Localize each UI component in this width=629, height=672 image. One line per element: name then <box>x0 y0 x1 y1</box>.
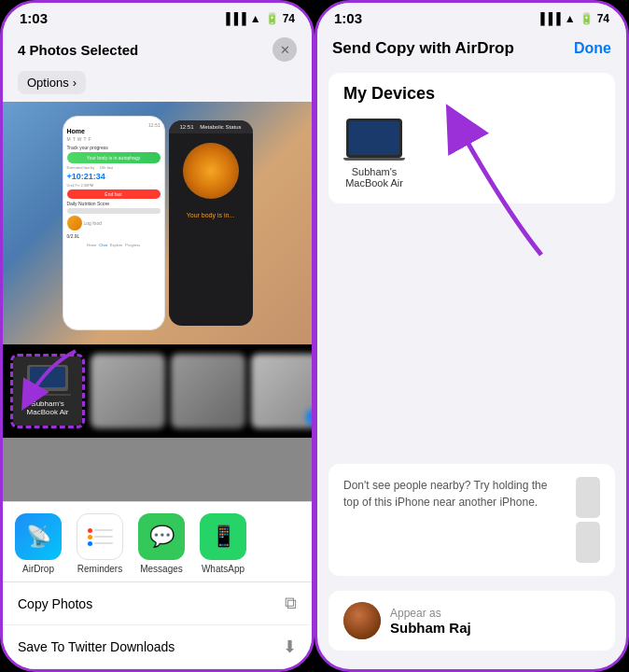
thumbnail-row: Subham'sMacBook Air ✓ <box>3 344 312 438</box>
close-button[interactable]: ✕ <box>273 37 297 62</box>
left-status-icons: ▐▐▐ ▲ 🔋 74 <box>222 12 295 25</box>
airdrop-icon: 📡 <box>15 513 62 560</box>
appear-as-section: Appear as Subham Raj <box>328 591 615 651</box>
save-twitter-icon: ⬇ <box>283 637 297 657</box>
app-share-row: 📡 AirDrop Reminders 💬 Messages 📱 <box>3 501 312 581</box>
selected-thumbnail[interactable]: Subham'sMacBook Air <box>10 354 85 428</box>
copy-photos-row[interactable]: Copy Photos ⧉ <box>3 582 312 625</box>
airdrop-label: AirDrop <box>22 564 54 574</box>
messages-label: Messages <box>140 564 183 574</box>
phone-mockup-left: 12:51 Home MTWTF Track your progress You… <box>63 116 165 330</box>
main-photo: 12:51 Home MTWTF Track your progress You… <box>3 102 312 344</box>
appear-as-name: Subham Raj <box>390 620 471 636</box>
copy-photos-label: Copy Photos <box>18 596 92 611</box>
right-battery-level: 74 <box>597 12 609 25</box>
wifi-icon: ▲ <box>250 12 261 25</box>
airdrop-share-item[interactable]: 📡 AirDrop <box>10 513 66 574</box>
whatsapp-label: WhatsApp <box>202 564 245 574</box>
options-label: Options <box>27 76 69 90</box>
options-button[interactable]: Options › <box>18 71 86 94</box>
left-panel: 1:03 ▐▐▐ ▲ 🔋 74 4 Photos Selected ✕ Opti… <box>0 0 314 672</box>
app-screenshot-overlay: 12:51 Home MTWTF Track your progress You… <box>3 102 312 344</box>
reminders-share-item[interactable]: Reminders <box>72 513 128 574</box>
thumbnail-4: ✓ <box>251 354 312 428</box>
my-devices-section: My Devices Subham'sMacBook Air <box>328 73 615 203</box>
battery-level: 74 <box>283 12 295 25</box>
macbook-icon <box>346 119 402 158</box>
whatsapp-share-item[interactable]: 📱 WhatsApp <box>195 513 251 574</box>
done-button[interactable]: Done <box>574 40 611 57</box>
thumbnail-3 <box>171 354 245 428</box>
share-header: 4 Photos Selected ✕ <box>3 30 312 67</box>
close-icon: ✕ <box>280 43 290 57</box>
right-status-bar: 1:03 ▐▐▐ ▲ 🔋 74 <box>317 3 626 30</box>
appear-as-label: Appear as <box>390 607 471 620</box>
avatar <box>343 602 381 639</box>
right-panel: 1:03 ▐▐▐ ▲ 🔋 74 Send Copy with AirDrop D… <box>314 0 629 672</box>
photos-selected-label: 4 Photos Selected <box>18 42 138 58</box>
options-chevron: › <box>73 76 77 90</box>
no-nearby-hint: Don't see people nearby? Try holding the… <box>343 477 561 511</box>
messages-icon: 💬 <box>138 513 185 560</box>
left-status-bar: 1:03 ▐▐▐ ▲ 🔋 74 <box>3 3 312 30</box>
my-devices-label: My Devices <box>328 73 615 111</box>
airdrop-header: Send Copy with AirDrop Done <box>317 30 626 65</box>
thumbnail-2 <box>91 354 165 428</box>
appear-as-info: Appear as Subham Raj <box>390 607 471 636</box>
reminders-label: Reminders <box>77 564 122 574</box>
phone-mockup-right: 12:51 Metabolic Status Your body is in..… <box>169 120 253 326</box>
photo-grid-area: 12:51 Home MTWTF Track your progress You… <box>3 102 312 501</box>
battery-icon: 🔋 <box>265 12 279 25</box>
right-signal-icon: ▐▐▐ <box>537 12 561 25</box>
right-status-icons: ▐▐▐ ▲ 🔋 74 <box>537 12 609 25</box>
whatsapp-icon: 📱 <box>200 513 246 560</box>
left-time: 1:03 <box>20 10 48 26</box>
save-twitter-label: Save To Twitter Downloads <box>18 639 175 654</box>
device-grid: Subham'sMacBook Air <box>328 111 615 203</box>
airdrop-title: Send Copy with AirDrop <box>332 39 514 58</box>
right-wifi-icon: ▲ <box>565 12 576 25</box>
action-rows: Copy Photos ⧉ Save To Twitter Downloads … <box>3 581 312 669</box>
options-row: Options › <box>3 67 312 102</box>
device-name: Subham'sMacBook Air <box>345 166 403 189</box>
right-time: 1:03 <box>334 10 362 26</box>
right-battery-icon: 🔋 <box>580 12 594 25</box>
messages-share-item[interactable]: 💬 Messages <box>133 513 189 574</box>
no-nearby-section: Don't see people nearby? Try holding the… <box>328 464 615 576</box>
save-twitter-row[interactable]: Save To Twitter Downloads ⬇ <box>3 625 312 669</box>
copy-photos-icon: ⧉ <box>285 594 297 613</box>
signal-icon: ▐▐▐ <box>222 12 246 25</box>
no-nearby-text-container: Don't see people nearby? Try holding the… <box>343 477 561 511</box>
reminders-icon <box>77 513 123 560</box>
macbook-device-item[interactable]: Subham'sMacBook Air <box>343 119 405 189</box>
iphone-silhouettes <box>568 477 600 563</box>
